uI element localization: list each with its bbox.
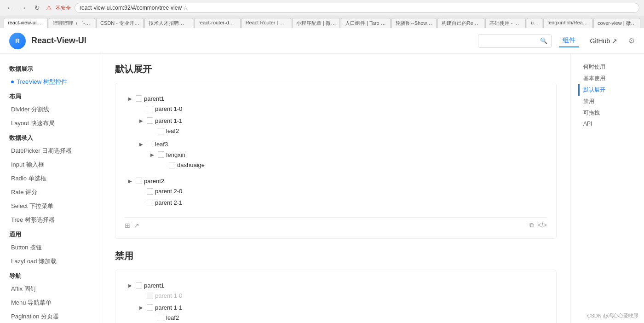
sidebar-item-datepicker[interactable]: DatePicker 日期选择器 bbox=[0, 144, 101, 158]
checkbox-leaf3[interactable] bbox=[147, 141, 153, 147]
sidebar-item-pagination[interactable]: Pagination 分页器 bbox=[0, 310, 101, 323]
tree-row-parent2-1[interactable]: parent 2-1 bbox=[136, 198, 547, 207]
section-title-default: 默认展开 bbox=[115, 63, 557, 75]
tab-react-build[interactable]: 构建自己的React... bbox=[437, 18, 484, 28]
refresh-button[interactable]: ↻ bbox=[32, 3, 42, 13]
children-fengxin: dashuaige bbox=[158, 159, 547, 171]
sidebar-item-rate[interactable]: Rate 评分 bbox=[0, 185, 101, 199]
tab-fengxin[interactable]: fengxinhhh/React-... bbox=[543, 18, 592, 28]
toc-item-api[interactable]: API bbox=[578, 119, 637, 129]
tab-router-dom[interactable]: react-router-dom... bbox=[194, 18, 240, 28]
sidebar-item-treeview[interactable]: TreeView 树型控件 bbox=[0, 75, 101, 89]
settings-icon[interactable]: ⚙ bbox=[628, 36, 635, 45]
tab-miniapp[interactable]: 小程序配置 | 微信... bbox=[292, 18, 340, 28]
tab-dumi[interactable]: 基础使用 - dumi bbox=[485, 18, 526, 28]
tree-row-parent1-0[interactable]: parent 1-0 bbox=[136, 104, 547, 113]
tab-taro[interactable]: 入口组件 | Taro 文档 bbox=[341, 18, 391, 28]
expand-btn-parent1-1[interactable]: ▶ bbox=[138, 117, 145, 124]
label-parent2-1: parent 2-1 bbox=[155, 199, 182, 206]
tree-row-d-parent1[interactable]: ▶ parent1 bbox=[125, 281, 547, 290]
tab-recruit[interactable]: 技术人才招聘解决... bbox=[144, 18, 193, 28]
expand-btn-fengxin[interactable]: ▶ bbox=[149, 151, 156, 158]
active-tab[interactable]: react-view-ui.com bbox=[4, 18, 48, 28]
checkbox-parent2-1[interactable] bbox=[147, 200, 153, 206]
expand-btn-parent1[interactable]: ▶ bbox=[126, 95, 134, 102]
copy-icon[interactable]: ⧉ bbox=[529, 221, 534, 229]
tree-node-d-parent1-0: parent 1-0 bbox=[136, 290, 547, 301]
search-box[interactable]: 🔍 bbox=[478, 34, 552, 48]
checkbox-d-parent1-1[interactable] bbox=[147, 304, 153, 311]
sidebar-item-button[interactable]: Button 按钮 bbox=[0, 241, 101, 254]
children-d-parent1-1: leaf2 bbox=[147, 312, 547, 323]
sidebar-item-select[interactable]: Select 下拉菜单 bbox=[0, 199, 101, 213]
tab-bilibili[interactable]: 哔哩哔哩（゜-゜） bbox=[49, 18, 95, 28]
label-d-parent1-1: parent 1-1 bbox=[155, 304, 182, 311]
sidebar-item-radio[interactable]: Radio 单选框 bbox=[0, 172, 101, 185]
section-disabled: 禁用 ▶ parent1 bbox=[115, 250, 557, 323]
sidebar-item-affix[interactable]: Affix 固钉 bbox=[0, 282, 101, 296]
tree-row-parent1[interactable]: ▶ parent1 bbox=[125, 94, 547, 103]
tree-row-d-leaf2[interactable]: leaf2 bbox=[147, 313, 547, 322]
app-header: R React-View-UI 🔍 组件 GitHub ↗ ⚙ bbox=[0, 28, 644, 54]
sidebar-item-layout[interactable]: Layout 快速布局 bbox=[0, 116, 101, 130]
forward-button[interactable]: → bbox=[18, 3, 29, 13]
codesandbox-icon[interactable]: ⊞ bbox=[125, 222, 130, 229]
url-bar[interactable]: react-view-ui.com:92/#/common/tree-view … bbox=[75, 3, 639, 13]
checkbox-parent2[interactable] bbox=[136, 178, 142, 184]
checkbox-leaf2[interactable] bbox=[158, 128, 164, 134]
expand-btn-leaf3[interactable]: ▶ bbox=[138, 140, 145, 148]
external-link-icon[interactable]: ↗ bbox=[134, 222, 139, 229]
checkbox-parent2-0[interactable] bbox=[147, 188, 153, 195]
demo-box-default: ▶ parent1 parent 1-0 bbox=[115, 83, 557, 239]
sidebar-item-tree[interactable]: Tree 树形选择器 bbox=[0, 213, 101, 227]
expand-btn-parent2[interactable]: ▶ bbox=[126, 177, 134, 185]
label-fengxin: fengxin bbox=[166, 151, 185, 158]
tree-row-leaf2[interactable]: leaf2 bbox=[147, 127, 547, 135]
tab-cover[interactable]: cover-view | 微信... bbox=[593, 18, 640, 28]
checkbox-fengxin[interactable] bbox=[158, 151, 164, 158]
toc-item-disabled[interactable]: 禁用 bbox=[578, 96, 637, 107]
back-button[interactable]: ← bbox=[5, 3, 15, 13]
tree-row-parent1-1[interactable]: ▶ parent 1-1 bbox=[136, 116, 547, 125]
checkbox-d-parent1[interactable] bbox=[136, 282, 142, 288]
tab-umi[interactable]: umi bbox=[527, 18, 542, 28]
checkbox-parent1-1[interactable] bbox=[147, 117, 153, 124]
toc-item-default[interactable]: 默认展开 bbox=[578, 84, 637, 96]
label-leaf3: leaf3 bbox=[155, 141, 168, 148]
tab-showdoc[interactable]: 轮播图--ShowDoc bbox=[391, 18, 436, 28]
checkbox-parent1[interactable] bbox=[136, 95, 142, 102]
url-text: react-view-ui.com:92/#/common/tree-view bbox=[80, 5, 182, 11]
section-title-disabled: 禁用 bbox=[115, 250, 557, 262]
tab-csdn[interactable]: CSDN - 专业开发... bbox=[96, 18, 144, 28]
tree-row-parent2[interactable]: ▶ parent2 bbox=[125, 176, 547, 185]
expand-btn-d-parent1-1[interactable]: ▶ bbox=[138, 304, 145, 311]
checkbox-parent1-0[interactable] bbox=[147, 106, 153, 112]
sidebar-item-lazyload[interactable]: LazyLoad 懒加载 bbox=[0, 254, 101, 268]
sidebar-item-input[interactable]: Input 输入框 bbox=[0, 158, 101, 172]
expand-btn-d-parent1[interactable]: ▶ bbox=[126, 282, 134, 289]
nav-item-components[interactable]: 组件 bbox=[559, 35, 579, 47]
tree-row-parent2-0[interactable]: parent 2-0 bbox=[136, 187, 547, 196]
sidebar-item-divider[interactable]: Divider 分割线 bbox=[0, 103, 101, 116]
sidebar-item-label-select: Select 下拉菜单 bbox=[11, 202, 53, 210]
checkbox-dashuaige[interactable] bbox=[169, 162, 175, 168]
code-icon[interactable]: </> bbox=[538, 221, 547, 229]
toc-item-when[interactable]: 何时使用 bbox=[578, 61, 637, 73]
sidebar-item-label-datepicker: DatePicker 日期选择器 bbox=[11, 147, 72, 155]
app-title: React-View-UI bbox=[31, 36, 86, 46]
tree-row-d-parent1-1[interactable]: ▶ parent 1-1 bbox=[136, 303, 547, 312]
search-icon: 🔍 bbox=[540, 37, 547, 44]
tree-row-dashuaige[interactable]: dashuaige bbox=[158, 161, 547, 169]
footer-watermark: CSDN @冯心心爱吃豚 bbox=[587, 312, 638, 319]
tree-row-fengxin[interactable]: ▶ fengxin bbox=[147, 150, 547, 159]
tab-react-router[interactable]: React Router | API... bbox=[242, 18, 292, 28]
toc-item-basic[interactable]: 基本使用 bbox=[578, 73, 637, 84]
nav-item-github[interactable]: GitHub ↗ bbox=[586, 35, 621, 46]
sidebar-item-menu[interactable]: Menu 导航菜单 bbox=[0, 296, 101, 310]
toc-item-draggable[interactable]: 可拖拽 bbox=[578, 107, 637, 119]
tree-node-parent2-0: parent 2-0 bbox=[136, 185, 547, 197]
tree-row-leaf3[interactable]: ▶ leaf3 bbox=[136, 139, 547, 149]
demo-footer-default: ⊞ ↗ ⧉ </> bbox=[125, 217, 547, 229]
tree-node-leaf3: ▶ leaf3 ▶ fengxin bbox=[136, 138, 547, 173]
checkbox-d-leaf2[interactable] bbox=[158, 315, 164, 321]
